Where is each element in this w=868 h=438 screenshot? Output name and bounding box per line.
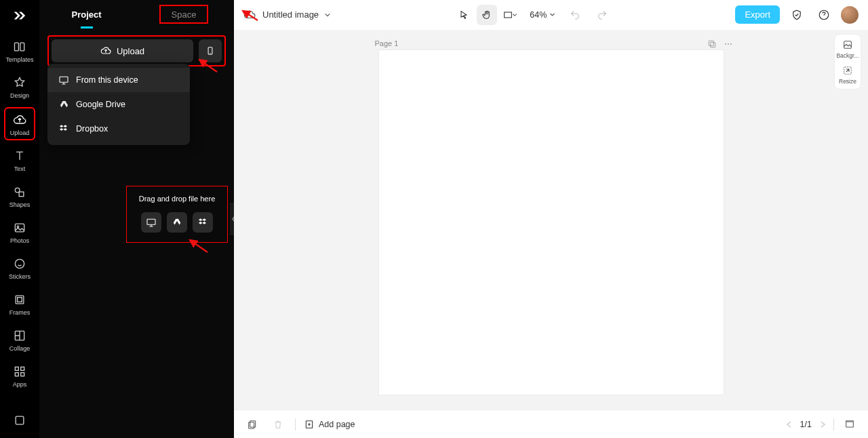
svg-rect-16: [60, 77, 68, 82]
page-indicator: 1/1: [800, 420, 812, 429]
svg-point-6: [15, 259, 24, 268]
topbar: Untitled image 64% Export: [234, 0, 868, 30]
rail-stickers[interactable]: Stickers: [4, 252, 35, 284]
svg-point-27: [730, 43, 732, 45]
cloud-upload-icon: [100, 45, 111, 56]
shield-button[interactable]: [787, 5, 807, 25]
delete-page-button[interactable]: [269, 416, 287, 433]
svg-rect-33: [846, 422, 854, 427]
stickers-icon: [12, 256, 27, 271]
svg-rect-13: [21, 373, 24, 376]
menu-google-drive[interactable]: Google Drive: [47, 92, 190, 117]
svg-rect-8: [18, 298, 22, 302]
upload-button[interactable]: Upload: [52, 39, 193, 62]
next-page-button[interactable]: [818, 420, 827, 429]
add-page-button[interactable]: Add page: [304, 419, 355, 430]
rail-collage[interactable]: Collage: [4, 324, 35, 356]
chevron-down-icon: [324, 12, 331, 18]
pages-panel-button[interactable]: [243, 416, 261, 433]
user-avatar[interactable]: [841, 6, 859, 24]
upload-dropdown-menu: From this device Google Drive Dropbox: [47, 64, 190, 145]
divider: [295, 418, 296, 431]
canvas-area[interactable]: Page 1 Backgr... Resize: [234, 30, 868, 410]
text-icon: [12, 148, 27, 163]
monitor-icon: [146, 217, 157, 228]
photos-icon: [12, 220, 27, 235]
phone-icon: [205, 45, 215, 57]
svg-rect-17: [147, 219, 155, 224]
tab-project[interactable]: Project: [65, 0, 108, 28]
apps-icon: [12, 364, 27, 379]
rail-bottom-button[interactable]: [4, 414, 35, 427]
prev-page-button[interactable]: [785, 420, 793, 429]
chevron-down-icon: [549, 12, 555, 18]
canvas-page[interactable]: [379, 50, 724, 395]
svg-rect-23: [710, 43, 715, 47]
rail-photos[interactable]: Photos: [4, 216, 35, 248]
dropzone-label: Drag and drop file here: [132, 195, 222, 203]
menu-dropbox[interactable]: Dropbox: [47, 117, 190, 141]
frames-icon: [12, 292, 27, 307]
resize-tool[interactable]: Resize: [839, 64, 856, 85]
svg-rect-10: [15, 367, 18, 370]
rail-frames[interactable]: Frames: [4, 288, 35, 320]
upload-row: Upload: [47, 35, 226, 66]
background-tool[interactable]: Backgr...: [836, 39, 859, 59]
rail-text[interactable]: Text: [4, 144, 35, 176]
svg-rect-3: [19, 192, 24, 197]
left-rail: Templates Design Upload Text Shapes Phot…: [0, 0, 39, 438]
redo-button[interactable]: [592, 5, 612, 25]
svg-rect-1: [20, 43, 24, 51]
page-more-icon[interactable]: [724, 39, 733, 49]
export-button[interactable]: Export: [735, 5, 780, 24]
cloud-icon: [243, 9, 256, 21]
design-icon: [12, 75, 27, 90]
select-tool[interactable]: [454, 5, 474, 25]
right-tools: Backgr... Resize: [834, 34, 861, 89]
rail-apps[interactable]: Apps: [4, 360, 35, 392]
dropzone-dropbox-button[interactable]: [193, 212, 213, 233]
undo-button[interactable]: [565, 5, 585, 25]
divider: [833, 418, 834, 431]
svg-rect-14: [16, 416, 24, 424]
add-page-icon: [304, 419, 315, 430]
svg-rect-7: [16, 296, 24, 304]
rail-shapes[interactable]: Shapes: [4, 180, 35, 212]
dropzone-gdrive-button[interactable]: [167, 212, 187, 233]
background-icon: [842, 39, 854, 51]
dropzone-device-button[interactable]: [141, 212, 161, 233]
rail-upload[interactable]: Upload: [4, 107, 35, 140]
dropzone-icons: [132, 212, 222, 233]
collage-icon: [12, 328, 27, 343]
svg-rect-4: [15, 224, 24, 232]
dropzone[interactable]: Drag and drop file here: [126, 186, 228, 243]
tab-space[interactable]: Space: [159, 5, 209, 24]
document-title[interactable]: Untitled image: [262, 9, 331, 20]
present-button[interactable]: [841, 416, 859, 433]
panel-tabs: Project Space: [39, 0, 234, 28]
page-tools: [707, 39, 733, 49]
app-logo[interactable]: [10, 7, 29, 26]
shapes-icon: [12, 184, 27, 199]
rail-design[interactable]: Design: [4, 71, 35, 103]
dropbox-icon: [197, 217, 208, 228]
menu-from-device[interactable]: From this device: [47, 68, 190, 92]
upload-icon: [12, 113, 27, 127]
svg-rect-11: [21, 367, 24, 370]
hand-tool[interactable]: [477, 5, 497, 25]
monitor-icon: [58, 75, 69, 85]
page-navigation: 1/1: [785, 416, 859, 433]
upload-from-phone-button[interactable]: [199, 39, 222, 62]
page-duplicate-icon[interactable]: [707, 39, 717, 49]
help-button[interactable]: [814, 5, 834, 25]
resize-icon: [842, 64, 854, 77]
rail-templates[interactable]: Templates: [4, 35, 35, 67]
svg-point-25: [724, 43, 726, 45]
zoom-level[interactable]: 64%: [527, 10, 558, 20]
dropbox-icon: [58, 123, 69, 134]
cursor-tools: [454, 5, 520, 25]
side-panel: Project Space Upload From this device: [39, 0, 234, 438]
main-area: Untitled image 64% Export Page 1: [234, 0, 868, 438]
fit-tool[interactable]: [500, 5, 520, 25]
svg-rect-24: [709, 41, 713, 45]
